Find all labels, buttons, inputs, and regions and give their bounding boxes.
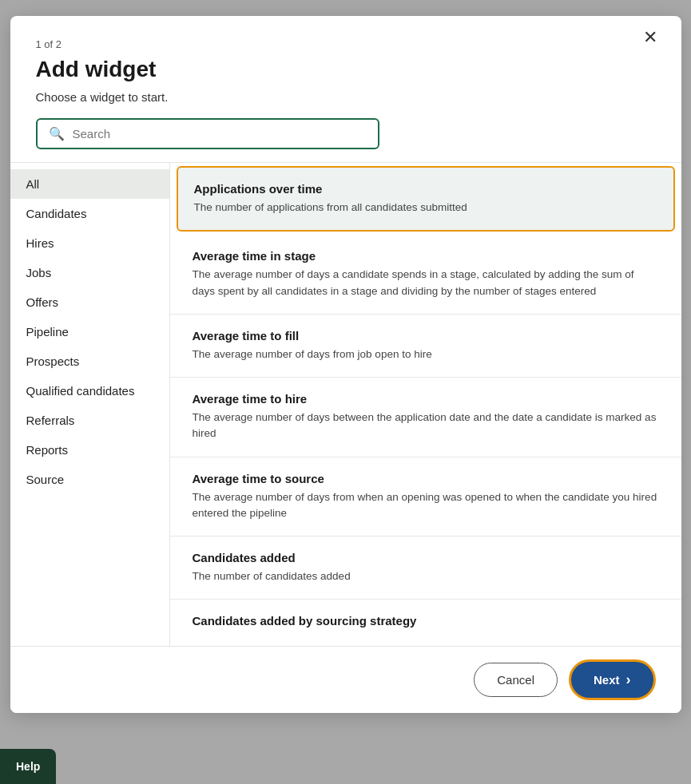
widget-item-average-time-to-fill[interactable]: Average time to fill The average number … bbox=[170, 315, 681, 378]
widget-item-candidates-added-by-sourcing[interactable]: Candidates added by sourcing strategy bbox=[170, 600, 681, 646]
modal-title: Add widget bbox=[36, 57, 656, 82]
widget-item-applications-over-time[interactable]: Applications over time The number of app… bbox=[177, 166, 675, 232]
widget-description: The average number of days from job open… bbox=[193, 346, 659, 362]
search-box: 🔍 bbox=[36, 118, 379, 149]
widget-title: Candidates added bbox=[193, 551, 659, 564]
widget-title: Average time to source bbox=[193, 472, 659, 485]
add-widget-modal: ✕ 1 of 2 Add widget Choose a widget to s… bbox=[10, 16, 681, 713]
sidebar-item-jobs[interactable]: Jobs bbox=[10, 258, 169, 287]
widget-description: The number of candidates added bbox=[193, 568, 659, 584]
modal-header: ✕ 1 of 2 Add widget Choose a widget to s… bbox=[10, 16, 681, 118]
close-button[interactable]: ✕ bbox=[643, 29, 657, 46]
sidebar-item-prospects[interactable]: Prospects bbox=[10, 346, 169, 376]
search-input[interactable] bbox=[73, 127, 367, 141]
widget-title: Applications over time bbox=[194, 182, 657, 196]
widget-list: Applications over time The number of app… bbox=[170, 163, 681, 646]
sidebar-item-hires[interactable]: Hires bbox=[10, 228, 169, 258]
widget-item-candidates-added[interactable]: Candidates added The number of candidate… bbox=[170, 537, 681, 600]
widget-description: The average number of days between the a… bbox=[193, 410, 659, 442]
sidebar-item-source[interactable]: Source bbox=[10, 465, 169, 494]
step-indicator: 1 of 2 bbox=[36, 38, 656, 50]
next-button[interactable]: Next › bbox=[569, 659, 656, 700]
widget-title: Average time to hire bbox=[193, 392, 659, 406]
sidebar-item-candidates[interactable]: Candidates bbox=[10, 199, 169, 228]
sidebar-item-qualified-candidates[interactable]: Qualified candidates bbox=[10, 376, 169, 406]
widget-description: The average number of days from when an … bbox=[193, 489, 659, 522]
sidebar: All Candidates Hires Jobs Offers Pipelin… bbox=[10, 163, 170, 646]
sidebar-item-offers[interactable]: Offers bbox=[10, 287, 169, 317]
widget-title: Average time to fill bbox=[193, 329, 659, 343]
search-container: 🔍 bbox=[10, 118, 681, 162]
widget-description: The average number of days a candidate s… bbox=[193, 267, 659, 299]
sidebar-item-referrals[interactable]: Referrals bbox=[10, 406, 169, 435]
cancel-button[interactable]: Cancel bbox=[474, 663, 558, 697]
next-icon: › bbox=[626, 671, 631, 688]
modal-footer: Cancel Next › bbox=[10, 646, 681, 713]
widget-description: The number of applications from all cand… bbox=[194, 200, 657, 216]
widget-item-average-time-to-hire[interactable]: Average time to hire The average number … bbox=[170, 378, 681, 457]
search-icon: 🔍 bbox=[49, 126, 65, 141]
next-label: Next bbox=[594, 673, 620, 687]
widget-title: Average time in stage bbox=[193, 249, 659, 263]
widget-title: Candidates added by sourcing strategy bbox=[193, 614, 659, 628]
close-icon: ✕ bbox=[643, 27, 657, 47]
modal-subtitle: Choose a widget to start. bbox=[36, 90, 656, 104]
modal-overlay: ✕ 1 of 2 Add widget Choose a widget to s… bbox=[0, 0, 691, 784]
sidebar-item-reports[interactable]: Reports bbox=[10, 435, 169, 465]
widget-item-average-time-to-source[interactable]: Average time to source The average numbe… bbox=[170, 457, 681, 537]
widget-item-average-time-in-stage[interactable]: Average time in stage The average number… bbox=[170, 235, 681, 315]
sidebar-item-all[interactable]: All bbox=[10, 169, 169, 199]
modal-body: All Candidates Hires Jobs Offers Pipelin… bbox=[10, 162, 681, 646]
help-button[interactable]: Help bbox=[0, 749, 56, 784]
sidebar-item-pipeline[interactable]: Pipeline bbox=[10, 317, 169, 346]
